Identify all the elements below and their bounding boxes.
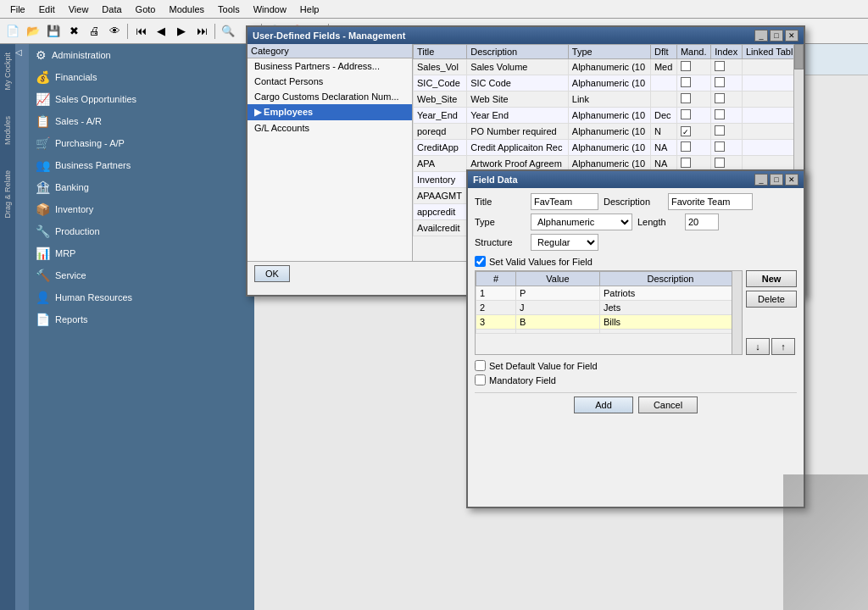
sidebar-item-reports[interactable]: 📄 Reports	[29, 308, 254, 330]
toolbar-filter[interactable]: 🔍	[219, 22, 237, 41]
udf-scrollbar-thumb[interactable]	[794, 44, 804, 69]
values-scrollbar[interactable]	[732, 271, 742, 354]
new-button[interactable]: New	[746, 270, 797, 287]
sidebar-item-banking[interactable]: 🏦 Banking	[29, 176, 254, 198]
sales-ar-icon: 📋	[36, 114, 50, 128]
udf-ok-button[interactable]: OK	[254, 265, 290, 282]
table-row[interactable]: CreditAppCredit Applicaiton RecAlphanume…	[414, 140, 804, 156]
toolbar-next[interactable]: ▶	[172, 22, 191, 41]
val-col-num: #	[476, 272, 516, 286]
type-select[interactable]: Alphanumeric	[531, 214, 632, 230]
sidebar-item-label-inventory: Inventory	[55, 204, 93, 214]
toolbar-save[interactable]: 💾	[44, 22, 63, 41]
sidebar-item-label-administration: Administration	[52, 50, 111, 60]
sidebar-item-sales-ar[interactable]: 📋 Sales - A/R	[29, 110, 254, 132]
sidebar-item-service[interactable]: 🔨 Service	[29, 264, 254, 286]
toolbar-prev[interactable]: ◀	[152, 22, 170, 41]
production-icon: 🔧	[36, 225, 50, 238]
toolbar-sep1	[127, 24, 128, 39]
service-icon: 🔨	[36, 269, 50, 282]
toolbar-new[interactable]: 📄	[3, 22, 22, 41]
table-row[interactable]: Sales_VolSales VolumeAlphanumeric (10Med	[414, 59, 804, 75]
sidebar-item-administration[interactable]: ⚙ Administration	[29, 44, 254, 66]
value-row-active[interactable]: 3BBills	[476, 315, 742, 330]
add-button[interactable]: Add	[574, 396, 633, 413]
length-input[interactable]	[685, 214, 719, 230]
table-row[interactable]: Year_EndYear EndAlphanumeric (10Dec	[414, 108, 804, 124]
toolbar-first[interactable]: ⏮	[131, 22, 150, 41]
idx-check	[715, 125, 725, 136]
table-row[interactable]: Web_SiteWeb SiteLink	[414, 92, 804, 108]
idx-check	[715, 61, 725, 71]
toolbar-print[interactable]: 🖨	[85, 22, 103, 41]
toolbar-close[interactable]: ✖	[64, 22, 83, 41]
up-button[interactable]: ↑	[771, 338, 795, 355]
reports-icon: 📄	[36, 313, 50, 326]
value-row-empty[interactable]	[476, 330, 742, 334]
sidebar-item-production[interactable]: 🔧 Production	[29, 220, 254, 242]
vertical-tab-cockpit[interactable]: My Cockpit	[3, 53, 12, 91]
udf-cat-employees[interactable]: ▶ Employees	[248, 104, 412, 120]
table-row[interactable]: SIC_CodeSIC CodeAlphanumeric (10	[414, 75, 804, 92]
administration-icon: ⚙	[36, 48, 47, 62]
sidebar-item-business-partners[interactable]: 👥 Business Partners	[29, 154, 254, 176]
menu-help[interactable]: Help	[293, 3, 326, 16]
sidebar-item-financials[interactable]: 💰 Financials	[29, 66, 254, 88]
udf-cat-contact-persons[interactable]: Contact Persons	[248, 74, 412, 89]
welcome-area: Welcome, Manager. You are in the Home co…	[254, 44, 868, 610]
menu-edit[interactable]: Edit	[32, 3, 62, 16]
toolbar-last[interactable]: ⏭	[192, 22, 211, 41]
vertical-tab-modules[interactable]: Modules	[3, 116, 12, 145]
field-data-close-button[interactable]: ✕	[785, 174, 798, 186]
structure-select[interactable]: Regular	[531, 234, 598, 251]
down-button[interactable]: ↓	[746, 338, 770, 355]
toolbar-preview[interactable]: 👁	[105, 22, 124, 41]
sidebar-item-inventory[interactable]: 📦 Inventory	[29, 198, 254, 220]
udf-cat-gl-accounts[interactable]: G/L Accounts	[248, 120, 412, 136]
sidebar-item-mrp[interactable]: 📊 MRP	[29, 242, 254, 264]
structure-label: Structure	[475, 237, 526, 247]
title-label: Title	[475, 197, 526, 207]
title-input[interactable]	[531, 193, 598, 210]
menu-tools[interactable]: Tools	[211, 3, 247, 16]
field-data-maximize-button[interactable]: □	[770, 174, 783, 186]
set-valid-checkbox[interactable]	[475, 256, 486, 267]
arrow-right-icon: ▶	[254, 107, 264, 117]
sidebar-item-label-banking: Banking	[55, 182, 89, 192]
udf-maximize-button[interactable]: □	[770, 30, 783, 42]
toolbar-sep2	[214, 24, 215, 39]
sidebar-item-sales-opp[interactable]: 📈 Sales Opportunities	[29, 88, 254, 110]
mand-check	[681, 93, 691, 103]
field-data-dialog: Field Data _ □ ✕ Title Description Type	[466, 169, 805, 508]
toolbar-open[interactable]: 📂	[24, 22, 42, 41]
delete-button[interactable]: Delete	[746, 291, 797, 308]
menu-view[interactable]: View	[62, 3, 96, 16]
menu-file[interactable]: File	[3, 3, 32, 16]
mandatory-checkbox[interactable]	[475, 374, 486, 385]
person-placeholder	[783, 474, 868, 610]
udf-close-button[interactable]: ✕	[785, 30, 798, 42]
sidebar-item-human-resources[interactable]: 👤 Human Resources	[29, 286, 254, 308]
udf-cat-business-partners[interactable]: Business Partners - Address...	[248, 58, 412, 74]
value-row[interactable]: 1PPatriots	[476, 286, 742, 301]
description-input[interactable]	[668, 193, 753, 210]
field-data-minimize-button[interactable]: _	[754, 174, 768, 186]
values-side-buttons: New Delete ↓ ↑	[746, 270, 797, 355]
vertical-tab-drag[interactable]: Drag & Relate	[3, 170, 12, 219]
udf-minimize-button[interactable]: _	[754, 30, 768, 42]
value-row[interactable]: 2JJets	[476, 301, 742, 315]
sidebar-item-purchasing[interactable]: 🛒 Purchasing - A/P	[29, 132, 254, 154]
set-default-checkbox[interactable]	[475, 360, 486, 371]
mand-check	[681, 109, 691, 119]
mandatory-row: Mandatory Field	[475, 374, 797, 385]
idx-check	[715, 141, 725, 152]
menu-data[interactable]: Data	[95, 3, 128, 16]
udf-cat-cargo[interactable]: Cargo Customs Declaration Num...	[248, 89, 412, 104]
menu-goto[interactable]: Goto	[129, 3, 163, 16]
menu-modules[interactable]: Modules	[162, 3, 211, 16]
sidebar-collapse-btn[interactable]: ◁	[15, 47, 22, 57]
menu-window[interactable]: Window	[247, 3, 293, 16]
table-row[interactable]: poreqdPO Number requiredAlphanumeric (10…	[414, 124, 804, 140]
field-data-row3: Structure Regular	[475, 234, 797, 251]
cancel-button[interactable]: Cancel	[638, 396, 698, 413]
